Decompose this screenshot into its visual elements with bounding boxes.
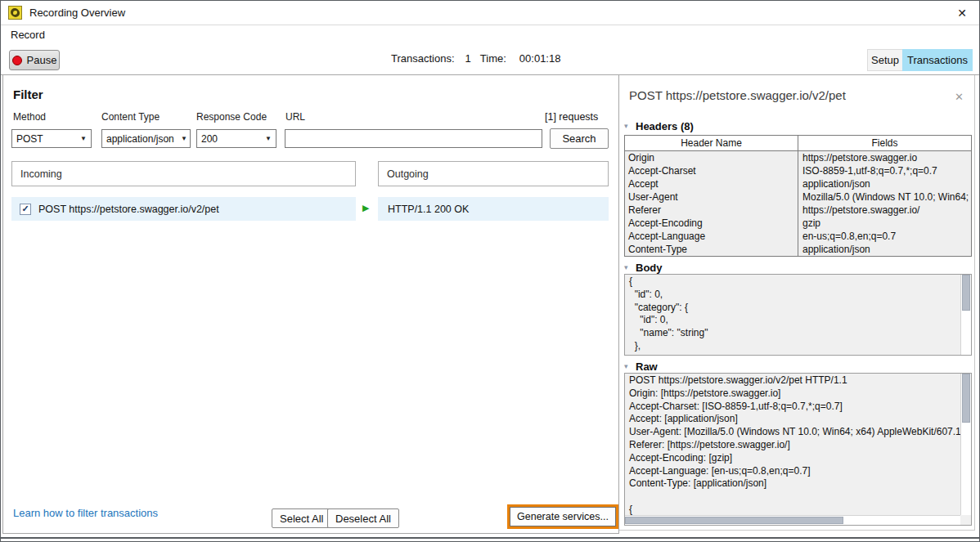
time-value: 00:01:18 xyxy=(519,52,561,65)
header-name-cell: Accept xyxy=(625,177,798,190)
incoming-list-header: Incoming xyxy=(11,161,356,186)
header-name-cell: Accept-Charset xyxy=(625,164,798,177)
incoming-transaction-label: POST https://petstore.swagger.io/v2/pet xyxy=(38,204,219,215)
header-name-cell: Accept-Encoding xyxy=(625,217,798,230)
method-label: Method xyxy=(13,111,46,123)
title-bar: Recording Overview ✕ xyxy=(1,1,979,25)
outgoing-transaction-row[interactable]: HTTP/1.1 200 OK xyxy=(378,197,609,221)
time-label: Time: xyxy=(480,52,506,65)
transactions-count: 1 xyxy=(465,52,471,65)
search-button[interactable]: Search xyxy=(550,128,609,149)
header-name-cell: User-Agent xyxy=(625,190,798,204)
scrollbar-thumb[interactable] xyxy=(625,517,843,524)
collapse-triangle-icon[interactable]: ▾ xyxy=(624,362,628,370)
table-row[interactable]: Accept application/json xyxy=(625,177,971,190)
response-code-label: Response Code xyxy=(196,111,267,123)
transactions-label: Transactions: xyxy=(391,52,455,65)
body-vertical-scrollbar[interactable] xyxy=(960,275,971,355)
headers-section-heading[interactable]: Headers (8) xyxy=(636,120,694,132)
toolbar: Pause Transactions: 1 Time: 00:01:18 Set… xyxy=(1,44,979,74)
window-close-icon[interactable]: ✕ xyxy=(945,1,979,25)
recording-stats: Transactions: 1 Time: 00:01:18 xyxy=(391,52,560,65)
window-title: Recording Overview xyxy=(29,7,125,19)
raw-section-heading[interactable]: Raw xyxy=(636,361,658,373)
header-name-cell: Accept-Language xyxy=(625,230,798,243)
menu-record[interactable]: Record xyxy=(9,27,47,43)
body-code: { "id": 0, "category": { "id": 0, "name"… xyxy=(629,275,959,353)
body-section-heading[interactable]: Body xyxy=(636,262,663,274)
generate-services-highlight: Generate services... xyxy=(507,504,618,529)
outgoing-transaction-label: HTTP/1.1 200 OK xyxy=(388,204,469,215)
menu-bar: Record xyxy=(1,25,979,44)
pause-button[interactable]: Pause xyxy=(9,50,60,70)
url-label: URL xyxy=(285,111,305,123)
header-name-cell: Content-Type xyxy=(625,243,798,256)
raw-vertical-scrollbar[interactable] xyxy=(960,374,971,515)
table-row[interactable]: User-Agent Mozilla/5.0 (Windows NT 10.0;… xyxy=(625,190,971,204)
pause-button-label: Pause xyxy=(27,54,57,66)
detail-close-icon[interactable]: ✕ xyxy=(955,91,964,103)
filter-heading: Filter xyxy=(13,87,43,101)
table-row[interactable]: Content-Type application/json xyxy=(625,243,971,256)
chevron-down-icon: ▼ xyxy=(265,135,272,142)
header-value-cell: Mozilla/5.0 (Windows NT 10.0; Win64; ... xyxy=(798,190,971,204)
headers-table-head: Header Name Fields xyxy=(625,136,971,151)
tab-setup[interactable]: Setup xyxy=(867,49,902,71)
header-value-cell: en-us;q=0.8,en;q=0.7 xyxy=(798,230,971,243)
content-type-label: Content Type xyxy=(101,111,160,123)
incoming-transaction-row[interactable]: ✓ POST https://petstore.swagger.io/v2/pe… xyxy=(11,197,356,221)
header-value-cell: https://petstore.swagger.io xyxy=(798,151,971,164)
generate-services-button[interactable]: Generate services... xyxy=(510,507,616,526)
select-all-button[interactable]: Select All xyxy=(272,508,331,528)
headers-table-body: Origin https://petstore.swagger.io Accep… xyxy=(625,151,971,256)
recording-overview-window: Recording Overview ✕ Record Pause Transa… xyxy=(0,0,980,542)
header-value-cell: gzip xyxy=(798,217,971,230)
scrollbar-thumb[interactable] xyxy=(962,275,970,311)
method-select[interactable]: POST ▼ xyxy=(11,129,92,148)
transaction-checkbox[interactable]: ✓ xyxy=(20,204,31,215)
window-bottom-edge xyxy=(1,537,979,539)
outgoing-list-header: Outgoing xyxy=(378,161,609,186)
transaction-detail-panel: POST https://petstore.swagger.io/v2/pet … xyxy=(619,75,975,531)
deselect-all-button[interactable]: Deselect All xyxy=(327,508,399,528)
header-value-cell: application/json xyxy=(798,243,971,256)
collapse-triangle-icon[interactable]: ▾ xyxy=(624,263,628,271)
transactions-panel: Filter Method Content Type Response Code… xyxy=(2,75,618,534)
chevron-down-icon: ▼ xyxy=(80,135,87,142)
app-icon xyxy=(8,6,22,20)
collapse-triangle-icon[interactable]: ▾ xyxy=(624,122,628,130)
fields-column[interactable]: Fields xyxy=(798,136,971,150)
content-type-select-value: application/json xyxy=(106,133,174,145)
header-name-cell: Referer xyxy=(625,204,798,217)
url-input[interactable] xyxy=(285,129,542,148)
tab-transactions[interactable]: Transactions xyxy=(902,49,973,71)
response-code-select-value: 200 xyxy=(201,133,218,145)
header-name-cell: Origin xyxy=(625,151,798,164)
view-tabs: Setup Transactions xyxy=(867,49,973,71)
table-row[interactable]: Origin https://petstore.swagger.io xyxy=(625,151,971,164)
record-dot-icon xyxy=(12,56,22,65)
header-value-cell: application/json xyxy=(798,177,971,190)
raw-viewer: POST https://petstore.swagger.io/v2/pet … xyxy=(624,373,972,526)
table-row[interactable]: Accept-Encoding gzip xyxy=(625,217,971,230)
response-code-select[interactable]: 200 ▼ xyxy=(196,129,276,148)
scrollbar-thumb[interactable] xyxy=(962,374,970,423)
raw-horizontal-scrollbar[interactable] xyxy=(625,515,960,525)
method-select-value: POST xyxy=(16,133,43,145)
table-row[interactable]: Referer https://petstore.swagger.io/ xyxy=(625,204,971,217)
header-value-cell: https://petstore.swagger.io/ xyxy=(798,204,971,217)
raw-code: POST https://petstore.swagger.io/v2/pet … xyxy=(629,374,959,517)
detail-title: POST https://petstore.swagger.io/v2/pet xyxy=(629,88,846,102)
flow-arrow-icon: ▶ xyxy=(362,203,369,213)
requests-count-badge: [1] requests xyxy=(545,111,598,123)
header-value-cell: ISO-8859-1,utf-8;q=0.7,*;q=0.7 xyxy=(798,164,971,177)
body-viewer: { "id": 0, "category": { "id": 0, "name"… xyxy=(624,274,972,356)
learn-filter-link[interactable]: Learn how to filter transactions xyxy=(13,507,158,519)
table-row[interactable]: Accept-Charset ISO-8859-1,utf-8;q=0.7,*;… xyxy=(625,164,971,177)
table-row[interactable]: Accept-Language en-us;q=0.8,en;q=0.7 xyxy=(625,230,971,243)
content-type-select[interactable]: application/json ▼ xyxy=(101,129,191,148)
headers-table: Header Name Fields Origin https://petsto… xyxy=(624,135,972,257)
chevron-down-icon: ▼ xyxy=(181,135,187,142)
header-name-column[interactable]: Header Name xyxy=(625,136,798,150)
